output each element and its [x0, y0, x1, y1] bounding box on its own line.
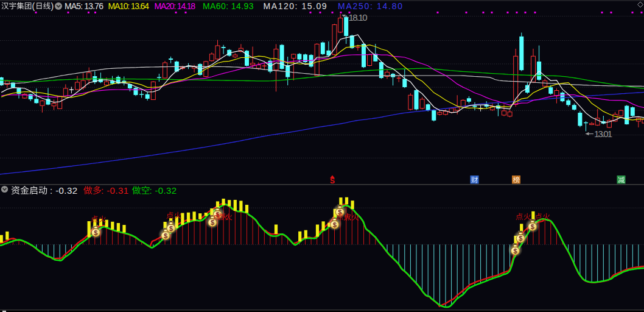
svg-text:S: S	[211, 219, 215, 226]
svg-text:13.01: 13.01	[594, 129, 612, 139]
svg-text:S: S	[330, 177, 335, 185]
svg-text:: -0.31: : -0.31	[101, 185, 128, 196]
svg-text:MA250: 14.80: MA250: 14.80	[338, 1, 402, 11]
svg-text:: -0.32: : -0.32	[150, 185, 177, 196]
svg-text:): )	[51, 1, 54, 11]
svg-text:S: S	[519, 235, 523, 242]
svg-text:MA5: 13.76: MA5: 13.76	[65, 1, 103, 11]
svg-text:S: S	[513, 248, 517, 255]
svg-text:: -0.32: : -0.32	[50, 185, 77, 196]
svg-text:MA120: 15.09: MA120: 15.09	[264, 1, 327, 11]
svg-text:S: S	[169, 225, 173, 232]
svg-text:MA10: 13.64: MA10: 13.64	[108, 1, 149, 11]
svg-text:(: (	[32, 1, 35, 11]
svg-text:MA60: 14.93: MA60: 14.93	[203, 1, 254, 11]
svg-text:18.10: 18.10	[349, 12, 368, 23]
svg-text:MA20: 14.18: MA20: 14.18	[155, 1, 196, 11]
svg-text:S: S	[94, 230, 98, 236]
svg-text:S: S	[530, 224, 534, 230]
svg-text:S: S	[332, 222, 337, 229]
